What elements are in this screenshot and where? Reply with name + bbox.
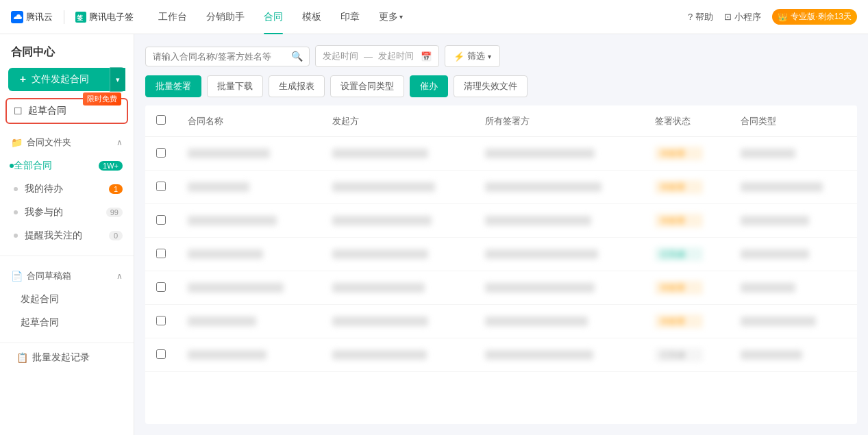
remind-button[interactable]: 催办	[410, 75, 448, 97]
table-row[interactable]: 待签署	[145, 171, 857, 204]
row-status: 待签署	[655, 281, 703, 295]
participated-label: 我参与的	[25, 206, 63, 219]
sidebar-draft-box-header[interactable]: 📄 合同草稿箱 ∧	[0, 264, 134, 288]
table-row[interactable]: 待签署	[145, 305, 857, 338]
row-initiator	[332, 182, 435, 192]
draft-box-collapse-icon: ∧	[116, 271, 123, 281]
date-separator: —	[364, 51, 373, 62]
participated-left: 我参与的	[14, 206, 63, 219]
col-signers: 所有签署方	[474, 105, 644, 137]
sidebar-draft-box-section: 📄 合同草稿箱 ∧ 发起合同 起草合同	[0, 259, 134, 340]
clear-invalid-button[interactable]: 清理失效文件	[454, 75, 528, 97]
pending-left: 我的待办	[14, 183, 63, 195]
filter-arrow-icon: ▾	[488, 53, 491, 60]
top-navigation: 腾讯云 签 腾讯电子签 工作台 分销助手 合同 模板 印章 更多 ▾	[0, 0, 868, 34]
row-initiator	[332, 249, 428, 259]
batch-download-button[interactable]: 批量下载	[207, 75, 263, 97]
row-contract-name	[188, 149, 270, 158]
file-start-button[interactable]: + 文件发起合同	[8, 68, 125, 91]
row-checkbox[interactable]	[156, 282, 166, 292]
pro-icon: 👑	[778, 12, 788, 22]
miniapp-button[interactable]: ⊡ 小程序	[724, 11, 761, 23]
sidebar-item-watched[interactable]: 提醒我关注的 0	[0, 224, 134, 247]
miniapp-icon: ⊡	[724, 12, 732, 22]
nav-template[interactable]: 模板	[294, 0, 330, 34]
col-type: 合同类型	[730, 105, 857, 137]
sidebar-item-all-contracts[interactable]: 全部合同 1W+	[0, 154, 134, 177]
sidebar-item-participated[interactable]: 我参与的 99	[0, 201, 134, 224]
draft-box-icon: 📄	[11, 271, 23, 282]
brand-divider	[64, 10, 64, 24]
row-status: 待签署	[655, 314, 703, 328]
file-start-dropdown-button[interactable]: ▾	[110, 67, 125, 92]
draft-contract-item[interactable]: ☐ 起草合同 限时免费	[5, 98, 128, 124]
sidebar-item-start-contract[interactable]: 发起合同	[0, 288, 134, 311]
folder-collapse-icon: ∧	[116, 138, 123, 147]
sidebar-divider-1	[0, 256, 134, 256]
folder-icon: 📁	[11, 137, 23, 148]
esign-logo[interactable]: 签 腾讯电子签	[75, 11, 134, 23]
row-signers	[485, 149, 595, 158]
nav-more[interactable]: 更多 ▾	[371, 0, 411, 34]
table-row[interactable]: 待签署	[145, 204, 857, 238]
plus-icon: +	[20, 73, 26, 86]
pro-badge[interactable]: 👑 专业版·剩余13天	[772, 9, 857, 25]
col-initiator: 发起方	[321, 105, 474, 137]
row-checkbox[interactable]	[156, 215, 166, 225]
tencent-cloud-logo[interactable]: 腾讯云	[11, 11, 53, 23]
all-contracts-label: 全部合同	[14, 160, 52, 172]
table-row[interactable]: 待签署	[145, 137, 857, 171]
row-checkbox[interactable]	[156, 182, 166, 191]
row-type	[741, 350, 802, 360]
tencent-cloud-label: 腾讯云	[26, 11, 53, 23]
row-contract-name	[188, 216, 277, 225]
set-contract-type-button[interactable]: 设置合同类型	[330, 75, 404, 97]
row-signers	[485, 316, 588, 326]
date-filter[interactable]: 发起时间 — 发起时间 📅	[315, 45, 439, 67]
row-checkbox[interactable]	[156, 249, 166, 258]
sidebar-contract-folder-header[interactable]: 📁 合同文件夹 ∧	[0, 131, 134, 154]
sidebar-item-my-pending[interactable]: 我的待办 1	[0, 177, 134, 201]
nav-right: ? 帮助 ⊡ 小程序 👑 专业版·剩余13天	[688, 9, 857, 25]
row-checkbox[interactable]	[156, 148, 166, 158]
row-initiator	[332, 149, 428, 158]
batch-records-label: 批量发起记录	[32, 351, 90, 364]
watched-badge: 0	[109, 231, 123, 240]
batch-sign-button[interactable]: 批量签署	[145, 75, 201, 97]
sidebar-item-draft-contract[interactable]: 起草合同	[0, 311, 134, 334]
table-row[interactable]: 待签署	[145, 271, 857, 305]
table-header: 合同名称 发起方 所有签署方 签署状态 合同类型	[145, 105, 857, 137]
search-input[interactable]	[145, 47, 310, 66]
row-signers	[485, 182, 602, 192]
date-end-label: 发起时间	[378, 50, 414, 62]
limited-badge: 限时免费	[83, 92, 121, 105]
row-contract-name	[188, 283, 284, 293]
table-row[interactable]: 已完成	[145, 338, 857, 372]
nav-contract[interactable]: 合同	[256, 0, 291, 34]
table-body: 待签署 待签署	[145, 137, 857, 372]
nav-distribution[interactable]: 分销助手	[198, 0, 253, 34]
help-icon: ?	[688, 12, 693, 22]
watched-dot	[14, 234, 18, 238]
table-header-checkbox[interactable]	[145, 105, 177, 137]
nav-workbench[interactable]: 工作台	[150, 0, 195, 34]
help-button[interactable]: ? 帮助	[688, 11, 713, 23]
row-contract-name	[188, 182, 249, 192]
row-type	[741, 216, 809, 225]
draft-box-label: 合同草稿箱	[27, 270, 116, 282]
sidebar-item-batch-records[interactable]: 📋 批量发起记录	[0, 346, 134, 369]
row-checkbox[interactable]	[156, 316, 166, 325]
draft-icon: ☐	[14, 105, 23, 116]
filter-button[interactable]: ⚡ 筛选 ▾	[445, 45, 500, 67]
select-all-checkbox[interactable]	[156, 115, 166, 125]
filter-icon: ⚡	[454, 51, 464, 62]
pending-dot	[14, 187, 18, 191]
table-row[interactable]: 已完成	[145, 238, 857, 271]
generate-report-button[interactable]: 生成报表	[269, 75, 325, 97]
search-wrapper: 🔍	[145, 47, 310, 66]
row-initiator	[332, 316, 428, 326]
nav-seal[interactable]: 印章	[332, 0, 368, 34]
sidebar-contract-folder-section: 📁 合同文件夹 ∧ 全部合同 1W+ 我的待办 1	[0, 125, 134, 253]
contract-table-wrapper: 合同名称 发起方 所有签署方 签署状态 合同类型 待签署	[145, 105, 857, 424]
row-checkbox[interactable]	[156, 349, 166, 359]
